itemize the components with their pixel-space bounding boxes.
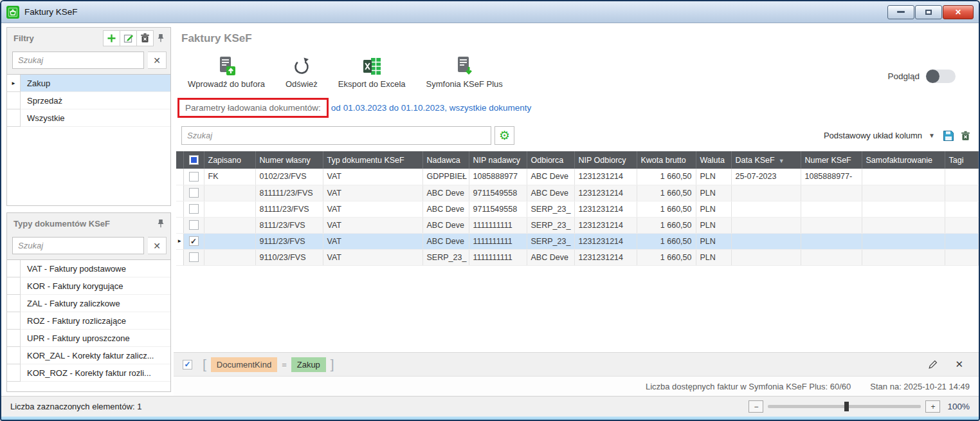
table-header-cell[interactable]: Waluta bbox=[696, 151, 731, 169]
table-header-cell[interactable]: NIP Odbiorcy bbox=[574, 151, 637, 169]
toolbar-button-label: Wprowadź do bufora bbox=[188, 79, 265, 89]
table-cell: SERP_23_ bbox=[422, 249, 469, 265]
toolbar-button[interactable]: Odśwież bbox=[275, 49, 328, 93]
filter-item[interactable]: ►Zakup bbox=[7, 75, 170, 92]
table-cell: 1231231214 bbox=[574, 217, 637, 233]
grid-search-input[interactable] bbox=[181, 126, 491, 145]
table-header-cell[interactable]: NIP nadawcy bbox=[469, 151, 527, 169]
table-header-cell[interactable]: Zapisano bbox=[204, 151, 255, 169]
row-checkbox[interactable] bbox=[189, 188, 199, 198]
save-layout-button[interactable] bbox=[940, 127, 957, 144]
zoom-slider-thumb[interactable] bbox=[844, 402, 849, 411]
table-header-cell[interactable]: Nadawca bbox=[422, 151, 469, 169]
add-filter-button[interactable] bbox=[103, 30, 120, 46]
filter-field-chip[interactable]: DocumentKind bbox=[211, 357, 277, 372]
table-header-cell[interactable]: Numer KSeF bbox=[801, 151, 862, 169]
table-cell bbox=[731, 217, 801, 233]
table-cell bbox=[801, 201, 862, 217]
load-params-link[interactable]: od 01.03.2023 do 01.10.2023, wszystkie d… bbox=[331, 103, 531, 113]
table-header-cell[interactable]: Odbiorca bbox=[527, 151, 574, 169]
app-window: Faktury KSeF ✕ Filtry bbox=[0, 0, 980, 421]
table-row[interactable]: FK0102/23/FVSVATGDPPBIEŁ1085888977ABC De… bbox=[176, 169, 979, 185]
table-cell bbox=[862, 185, 945, 201]
table-header-cell[interactable]: Numer własny bbox=[255, 151, 323, 169]
header-gutter bbox=[176, 151, 183, 169]
table-header-cell[interactable]: Samofakturowanie bbox=[862, 151, 945, 169]
toolbar-button[interactable]: Symfonia KSeF Plus bbox=[416, 49, 513, 93]
doc-type-item[interactable]: KOR - Faktury korygujące bbox=[7, 277, 170, 295]
table-row[interactable]: ►9111/23/FVSVATABC Deve1111111111SERP_23… bbox=[176, 233, 979, 249]
table-cell: 1111111111 bbox=[469, 233, 527, 249]
table-header-cell[interactable]: Typ dokumentu KSeF bbox=[323, 151, 422, 169]
column-layout-dropdown[interactable]: Podstawowy układ kolumn ▼ bbox=[819, 127, 940, 145]
table-cell bbox=[801, 217, 862, 233]
table-cell bbox=[801, 249, 862, 265]
available-invoices-status: Liczba dostępnych faktur w Symfonia KSeF… bbox=[646, 382, 851, 391]
row-checkbox[interactable] bbox=[189, 172, 199, 182]
table-header-cell[interactable]: Tagi bbox=[945, 151, 979, 169]
doc-type-item[interactable]: KOR_ZAL - Korekty faktur zalicz... bbox=[7, 347, 170, 364]
delete-filter-button[interactable] bbox=[136, 30, 154, 46]
doc-type-item[interactable]: VAT - Faktury podstawowe bbox=[7, 260, 170, 277]
doc-types-search-input[interactable] bbox=[12, 237, 144, 254]
table-row[interactable]: 811111/23/FVSVATABC Deve9711549558ABC De… bbox=[176, 185, 979, 201]
row-checkbox[interactable] bbox=[189, 204, 199, 214]
restore-icon bbox=[925, 10, 932, 15]
column-layout-value: Podstawowy układ kolumn bbox=[824, 131, 922, 140]
bracket-close: ] bbox=[331, 357, 334, 371]
doc-type-item[interactable]: KOR_ROZ - Korekty faktur rozli... bbox=[7, 364, 170, 382]
minimize-button[interactable] bbox=[887, 5, 914, 19]
row-checkbox-cell bbox=[183, 185, 204, 201]
toolbar-button[interactable]: Eksport do Excela bbox=[328, 49, 416, 93]
doc-type-item[interactable]: ROZ - Faktury rozliczające bbox=[7, 312, 170, 330]
doc-type-item[interactable]: ZAL - Faktury zaliczkowe bbox=[7, 295, 170, 312]
table-cell bbox=[731, 249, 801, 265]
table-cell: VAT bbox=[323, 169, 422, 185]
table-cell: 9110/23/FVS bbox=[255, 249, 323, 265]
table-row[interactable]: 81111/23/FVSVATABC Deve9711549558SERP_23… bbox=[176, 201, 979, 217]
table-row[interactable]: 9110/23/FVSVATSERP_23_1111111111ABC Deve… bbox=[176, 249, 979, 265]
zoom-slider[interactable] bbox=[768, 405, 921, 408]
pencil-icon bbox=[928, 359, 938, 370]
table-header-cell[interactable]: Data KSeF▼ bbox=[731, 151, 801, 169]
zoom-out-button[interactable]: − bbox=[749, 400, 763, 413]
close-button[interactable]: ✕ bbox=[943, 5, 974, 19]
table-row[interactable]: 8111/23/FVSVATABC Deve1111111111SERP_23_… bbox=[176, 217, 979, 233]
clear-filter-button[interactable]: ✕ bbox=[955, 359, 963, 370]
row-gutter bbox=[7, 364, 21, 382]
table-cell: PLN bbox=[696, 185, 731, 201]
filter-value-chip[interactable]: Zakup bbox=[291, 357, 326, 372]
edit-icon bbox=[123, 33, 134, 43]
main-area: Faktury KSeF Wprowadź do buforaOdświeżEk… bbox=[174, 23, 979, 396]
select-all-checkbox[interactable] bbox=[189, 155, 199, 165]
doc-type-item[interactable]: UPR - Faktury uproszczone bbox=[7, 330, 170, 347]
grid-settings-button[interactable]: ⚙ bbox=[495, 126, 514, 145]
filters-search-clear-button[interactable]: ✕ bbox=[148, 51, 167, 69]
table-header-cell[interactable]: Kwota brutto bbox=[637, 151, 696, 169]
filter-item[interactable]: Sprzedaż bbox=[7, 92, 170, 109]
edit-filter-button[interactable] bbox=[120, 30, 137, 46]
toolbar-button[interactable]: Wprowadź do bufora bbox=[177, 49, 275, 93]
restore-button[interactable] bbox=[915, 5, 942, 19]
row-checkbox[interactable] bbox=[189, 220, 199, 230]
pin-doc-types-button[interactable] bbox=[154, 216, 168, 232]
filters-search-input[interactable] bbox=[12, 51, 144, 69]
table-cell: 1231231214 bbox=[574, 249, 637, 265]
pin-icon bbox=[157, 33, 165, 42]
filter-item[interactable]: Wszystkie bbox=[7, 109, 170, 127]
filter-enabled-checkbox[interactable] bbox=[183, 360, 192, 370]
row-checkbox[interactable] bbox=[189, 252, 199, 262]
zoom-in-button[interactable]: + bbox=[925, 400, 940, 413]
table-cell: 1231231214 bbox=[574, 169, 637, 185]
invoice-table: ZapisanoNumer własnyTyp dokumentu KSeFNa… bbox=[176, 151, 979, 266]
table-cell: PLN bbox=[696, 217, 731, 233]
doc-types-search-clear-button[interactable]: ✕ bbox=[148, 237, 167, 254]
pin-filters-button[interactable] bbox=[154, 30, 168, 46]
delete-layout-button[interactable] bbox=[957, 127, 974, 144]
zoom-level: 100% bbox=[947, 402, 970, 411]
filter-expression-bar: [ DocumentKind = Zakup ] ✕ bbox=[174, 352, 979, 377]
row-checkbox[interactable] bbox=[189, 236, 199, 246]
sidebar: Filtry bbox=[1, 23, 174, 396]
edit-filter-expression-button[interactable] bbox=[928, 359, 938, 370]
preview-toggle[interactable] bbox=[926, 70, 956, 83]
